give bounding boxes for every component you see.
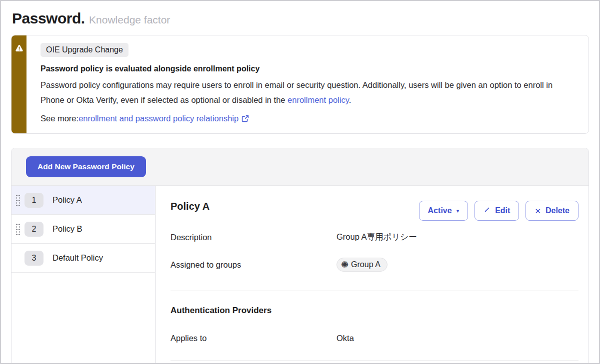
banner-tag: OIE Upgrade Change	[40, 43, 128, 57]
delete-button[interactable]: ✕ Delete	[526, 201, 578, 221]
okta-group-icon: ✺	[341, 260, 348, 269]
group-chip[interactable]: ✺ Group A	[336, 258, 388, 272]
policies-body: 1 Policy A 2 Policy B 3 Default Policy P…	[12, 186, 588, 364]
policy-list-item-policy-a[interactable]: 1 Policy A	[12, 186, 155, 215]
page-title-dot: .	[81, 10, 85, 27]
policy-list-item-default-policy[interactable]: 3 Default Policy	[12, 244, 155, 273]
policy-detail-panel: Policy A Active ▾ Edit	[156, 186, 588, 364]
banner-paragraph: Password policy configurations may requi…	[40, 77, 574, 107]
oie-upgrade-banner: OIE Upgrade Change Password policy is ev…	[11, 35, 589, 134]
applies-to-label: Applies to	[170, 334, 336, 343]
policy-order-badge: 3	[24, 251, 44, 266]
description-row: Description Group A専用ポリシー	[170, 232, 578, 243]
external-link-icon	[242, 115, 249, 122]
status-dropdown-button[interactable]: Active ▾	[419, 201, 468, 221]
applies-to-value: Okta	[336, 334, 354, 343]
banner-heading: Password policy is evaluated alongside e…	[40, 64, 574, 73]
description-label: Description	[170, 233, 336, 242]
add-new-password-policy-button[interactable]: Add New Password Policy	[26, 156, 146, 177]
policy-detail-header: Policy A Active ▾ Edit	[170, 201, 578, 221]
drag-handle-icon[interactable]	[16, 223, 20, 235]
pencil-icon	[484, 206, 490, 215]
warning-triangle-icon	[15, 44, 24, 133]
policy-list: 1 Policy A 2 Policy B 3 Default Policy	[12, 186, 156, 364]
policy-order-badge: 1	[24, 193, 44, 208]
relationship-doc-link[interactable]: enrollment and password policy relations…	[78, 114, 238, 123]
status-label: Active	[428, 206, 452, 215]
edit-label: Edit	[495, 206, 510, 215]
banner-content: OIE Upgrade Change Password policy is ev…	[26, 35, 588, 133]
assigned-groups-row: Assigned to groups ✺ Group A	[170, 258, 578, 272]
policies-toolbar: Add New Password Policy	[12, 148, 588, 186]
policy-item-label: Policy A	[52, 195, 82, 205]
see-more-label: See more:	[40, 114, 78, 123]
authentication-providers-heading: Authentication Providers	[170, 306, 578, 316]
page-subtitle: Knowledge factor	[89, 14, 170, 26]
description-value: Group A専用ポリシー	[336, 232, 417, 243]
chevron-down-icon: ▾	[456, 208, 460, 214]
banner-paragraph-suffix: .	[349, 95, 352, 104]
page-title: Password	[12, 10, 81, 27]
delete-label: Delete	[546, 206, 570, 215]
section-divider	[170, 361, 578, 361]
applies-to-row: Applies to Okta	[170, 334, 578, 343]
policy-item-label: Policy B	[52, 224, 82, 234]
policy-item-label: Default Policy	[52, 253, 103, 263]
policy-detail-title: Policy A	[170, 201, 210, 212]
section-divider	[170, 291, 578, 291]
policy-detail-actions: Active ▾ Edit ✕ De	[419, 201, 578, 221]
policy-order-badge: 2	[24, 222, 44, 237]
edit-button[interactable]: Edit	[474, 201, 519, 221]
close-x-icon: ✕	[534, 207, 541, 215]
policy-list-item-policy-b[interactable]: 2 Policy B	[12, 215, 155, 244]
drag-handle-icon[interactable]	[16, 194, 20, 206]
banner-accent-bar	[12, 35, 26, 133]
group-chip-label: Group A	[351, 260, 380, 269]
page-header: Password. Knowledge factor	[1, 1, 599, 27]
banner-see-more: See more: enrollment and password policy…	[40, 114, 574, 123]
password-policies-card: Add New Password Policy 1 Policy A 2 Pol…	[11, 148, 589, 364]
enrollment-policy-link[interactable]: enrollment policy	[288, 95, 349, 104]
assigned-groups-label: Assigned to groups	[170, 260, 336, 270]
